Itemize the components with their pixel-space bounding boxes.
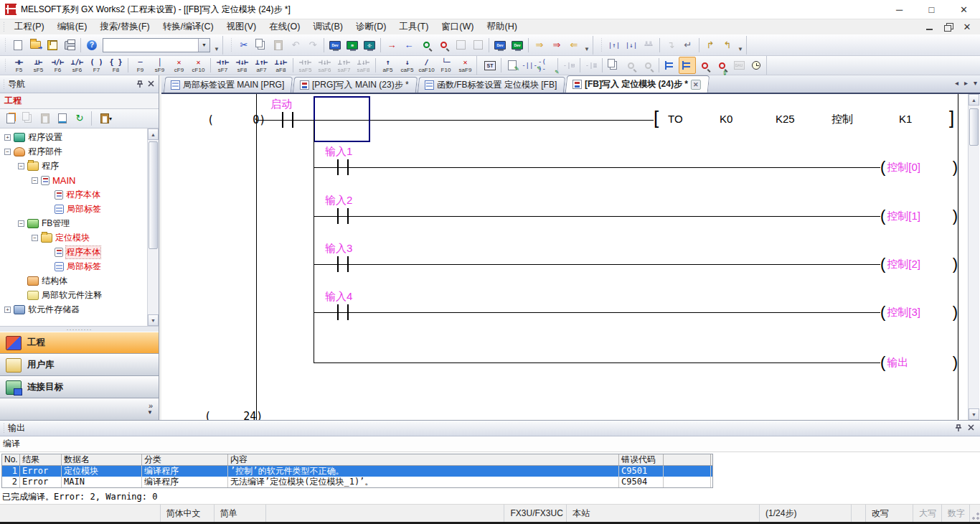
ladder-scroll-thumb[interactable] — [969, 108, 979, 146]
tree-item[interactable]: −MAIN — [0, 173, 147, 187]
tab-1[interactable]: 局部标签设置 MAIN [PRG] — [164, 77, 293, 93]
new-project-icon[interactable] — [9, 37, 27, 54]
convert-icon[interactable]: → — [383, 37, 400, 54]
pin-icon[interactable] — [136, 80, 143, 88]
tab-4[interactable]: [FB]写入 定位模块 (24)步 *✕ — [565, 75, 710, 93]
error-row[interactable]: 2ErrorMAIN编译程序无法编译’定位模块(定位模块_1)’。C9504 — [2, 477, 712, 487]
vertical-line-button[interactable]: │sF9 — [150, 57, 169, 75]
program-start-icon[interactable]: |↑| — [606, 37, 623, 54]
tree-expander-icon[interactable]: − — [18, 220, 24, 227]
ladder-canvas[interactable]: ( 0)( 24)启动[TOK0K25控制K1]输入1(控制[0])输入2(控制… — [161, 94, 968, 420]
menu-b[interactable]: 调试(B) — [306, 19, 349, 34]
edit-coil-pencil-icon[interactable]: -( )- — [538, 57, 555, 74]
rising-pulse-button[interactable]: ⊣↑⊢sF7 — [213, 57, 232, 75]
edit-contact-pencil-icon[interactable]: -||- — [521, 57, 538, 74]
help-icon[interactable]: ? — [83, 37, 100, 54]
open-contact-button[interactable]: ⊣⊢F5 — [9, 57, 29, 75]
tree-expander-icon[interactable]: − — [32, 177, 38, 184]
menu-f[interactable]: 搜索/替换(F) — [93, 19, 156, 34]
read-from-plc-icon[interactable]: ≋ — [344, 37, 361, 54]
toolbar-overflow-icon[interactable]: ▼ — [583, 37, 591, 54]
device-batch-write-icon[interactable]: Dev — [509, 37, 526, 54]
open-project-icon[interactable] — [27, 37, 44, 54]
tab-3[interactable]: 函数/FB标签设置 定位模块 [FB] — [418, 77, 566, 93]
minimize-button[interactable]: ─ — [883, 0, 915, 19]
falling-pulse-button[interactable]: ⊣↓⊢sF8 — [232, 57, 252, 75]
dock-splitter-handle[interactable]: ········· — [0, 326, 159, 332]
close-button[interactable]: ✕ — [948, 0, 980, 19]
operation-result-rising-pulse-button[interactable]: ↓caF5 — [397, 57, 417, 75]
tree-item[interactable]: +程序设置 — [0, 130, 147, 144]
tree-item[interactable]: −FB管理 — [0, 216, 147, 230]
menu-o[interactable]: 在线(O) — [263, 19, 306, 34]
nav-new-icon[interactable] — [3, 111, 19, 126]
tab-scroll-right-icon[interactable]: ▸ — [964, 79, 968, 87]
menu-v[interactable]: 视图(V) — [220, 19, 263, 34]
menu-c[interactable]: 转换/编译(C) — [156, 19, 220, 34]
nav-sort-icon[interactable]: ▾ — [95, 111, 117, 126]
toolbar-overflow-icon[interactable]: ▼ — [736, 37, 745, 54]
output-close-icon[interactable] — [968, 424, 974, 431]
monitor-stop-icon[interactable] — [435, 37, 452, 54]
tab-2[interactable]: [PRG]写入 MAIN (23)步 * — [293, 77, 418, 93]
nav-refresh-icon[interactable]: ↻ — [72, 111, 88, 126]
mdi-minimize-button[interactable] — [924, 22, 936, 32]
display-comment-icon[interactable] — [679, 57, 696, 74]
menu-d[interactable]: 诊断(D) — [349, 19, 392, 34]
tab-list-dropdown-icon[interactable]: ▾ — [974, 79, 977, 87]
display-connection-icon[interactable] — [661, 57, 679, 74]
tree-item[interactable]: +软元件存储器 — [0, 302, 147, 317]
delete-line-button[interactable]: ✕saF9 — [456, 57, 475, 75]
tab-scroll-left-icon[interactable]: ◂ — [955, 79, 958, 87]
delete-vertical-line-button[interactable]: ✕cF10 — [189, 57, 208, 75]
mdi-close-button[interactable]: ✕ — [961, 22, 973, 32]
device-batch-read-icon[interactable]: Dev — [491, 37, 509, 54]
write-to-plc-icon[interactable]: Dev — [326, 37, 344, 54]
nav-info-icon[interactable] — [55, 111, 70, 126]
menu-w[interactable]: 窗口(W) — [435, 19, 480, 34]
close-contact-button[interactable]: ⊣/⊢F6 — [48, 57, 67, 75]
tree-item[interactable]: −定位模块 — [0, 230, 147, 245]
ladder-scrollbar[interactable]: ▲ ▼ — [968, 94, 979, 420]
ladder-scroll-down-icon[interactable]: ▼ — [969, 408, 979, 420]
output-pin-icon[interactable] — [955, 424, 962, 432]
horizontal-line-button[interactable]: ─F9 — [131, 57, 150, 75]
horizontal-line-input-button[interactable]: └─F10 — [436, 57, 456, 75]
program-stop-icon[interactable]: |↓| — [623, 37, 640, 54]
tree-item[interactable]: 程序本体 — [0, 245, 147, 259]
note-edit-icon[interactable]: ⇒ — [548, 37, 565, 54]
monitor-start-icon[interactable] — [418, 37, 435, 54]
ladder-scroll-up-icon[interactable]: ▲ — [969, 94, 979, 106]
tree-item[interactable]: 局部标签 — [0, 259, 147, 273]
maximize-button[interactable]: □ — [915, 0, 948, 19]
statement-edit-icon[interactable]: ⇒ — [531, 37, 548, 54]
tree-item[interactable]: 结构体 — [0, 273, 147, 288]
tree-item[interactable]: 局部软元件注释 — [0, 288, 147, 302]
application-instruction-button[interactable]: { }F8 — [106, 57, 126, 75]
nav-close-icon[interactable] — [148, 80, 154, 87]
print-icon[interactable] — [61, 37, 78, 54]
menu-p[interactable]: 工程(P) — [8, 19, 51, 34]
error-row[interactable]: 1Error定位模块编译程序’控制’的软元件类型不正确。C9501 — [2, 466, 712, 477]
tree-expander-icon[interactable]: − — [32, 235, 38, 241]
project-combo-box[interactable]: ▼ — [103, 38, 210, 52]
toolbar-overflow-icon[interactable]: ▼ — [212, 37, 221, 54]
copy-icon[interactable] — [253, 37, 270, 54]
tree-item[interactable]: 局部标签 — [0, 202, 147, 216]
rising-pulse-branch-button[interactable]: ⊥↑⊢aF7 — [252, 57, 271, 75]
mdi-restore-button[interactable] — [943, 22, 954, 32]
tree-item[interactable]: −程序 — [0, 159, 147, 173]
tree-item[interactable]: 程序本体 — [0, 187, 147, 202]
scroll-down-icon[interactable]: ▼ — [148, 314, 159, 326]
dock-button-proj[interactable]: 工程 — [0, 332, 159, 354]
convert-compile-icon[interactable]: ← — [400, 37, 418, 54]
scroll-up-icon[interactable]: ▲ — [148, 128, 159, 140]
menu-t[interactable]: 工具(T) — [392, 19, 435, 34]
menu-h[interactable]: 帮助(H) — [480, 19, 523, 34]
tree-scrollbar[interactable]: ▲ ▼ — [147, 128, 159, 326]
inline-st-icon[interactable]: ST — [481, 57, 499, 74]
invert-operation-results-button[interactable]: ↑aF5 — [378, 57, 397, 75]
find-contact-coil-icon[interactable] — [696, 57, 713, 74]
open-branch-button[interactable]: ⊥⊢sF5 — [29, 57, 48, 75]
tree-expander-icon[interactable]: + — [4, 307, 11, 313]
